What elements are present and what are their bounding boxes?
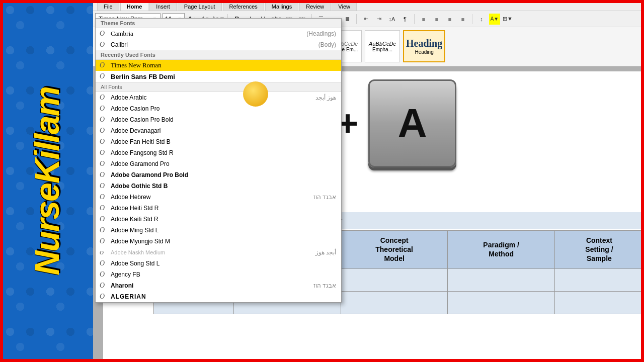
adobe-heiti-icon: O: [100, 204, 105, 212]
adobe-hebrew-name: Adobe Hebrew: [111, 194, 150, 201]
font-adobe-garamond-bold[interactable]: O Adobe Garamond Pro Bold: [96, 169, 341, 180]
tab-home[interactable]: Home: [120, 2, 149, 11]
adobe-naskh-name: Adobe Naskh Medium: [111, 249, 165, 255]
tab-review[interactable]: Review: [299, 2, 331, 11]
all-fonts-header: All Fonts: [96, 82, 341, 92]
font-algerian[interactable]: O ALGERIAN: [96, 291, 341, 302]
adobe-caslon-bold-name: Adobe Caslon Pro Bold: [111, 116, 174, 123]
all-fonts-list[interactable]: O Adobe Arabic هوز أبجد O Adobe Caslon P…: [96, 92, 341, 302]
font-cambria[interactable]: O Cambria (Headings): [96, 28, 341, 39]
adobe-caslon-name: Adobe Caslon Pro: [111, 105, 159, 112]
aharoni-name: Aharoni: [111, 282, 133, 289]
multilevel-button[interactable]: ≣: [342, 14, 353, 25]
font-adobe-fan-heiti[interactable]: O Adobe Fan Heiti Std B: [96, 136, 341, 147]
calibri-name: Calibri: [111, 41, 128, 48]
berlin-icon: O: [100, 72, 105, 80]
adobe-myungjo-name: Adobe Myungjo Std M: [111, 238, 170, 245]
tab-references[interactable]: References: [223, 2, 264, 11]
adobe-devanagari-name: Adobe Devanagari: [111, 127, 160, 134]
font-berlin-sans[interactable]: O Berlin Sans FB Demi: [96, 71, 341, 82]
cell-2-3: [341, 291, 448, 314]
font-adobe-caslon-bold[interactable]: O Adobe Caslon Pro Bold: [96, 114, 341, 125]
font-adobe-arabic[interactable]: O Adobe Arabic هوز أبجد: [96, 92, 341, 103]
brand-text: NurseKillam: [27, 87, 66, 276]
font-times-new-roman[interactable]: O Times New Roman: [96, 60, 341, 71]
borders-button[interactable]: ⊞▼: [502, 14, 513, 25]
berlin-name: Berlin Sans FB Demi: [111, 73, 175, 80]
calibri-tag: (Body): [318, 41, 336, 48]
cell-1-4: [448, 268, 555, 291]
font-adobe-naskh[interactable]: O Adobe Naskh Medium أبجد هوز: [96, 247, 341, 258]
font-calibri[interactable]: O Calibri (Body): [96, 39, 341, 50]
font-adobe-heiti[interactable]: O Adobe Heiti Std R: [96, 203, 341, 214]
adobe-ming-name: Adobe Ming Std L: [111, 227, 158, 234]
agency-fb-icon: O: [100, 270, 105, 279]
align-left-button[interactable]: ≡: [418, 14, 429, 25]
show-hide-button[interactable]: ¶: [399, 14, 411, 25]
col-context: ContextSetting /Sample: [554, 231, 643, 269]
font-agency-fb[interactable]: O Agency FB: [96, 269, 341, 280]
font-adobe-fangsong[interactable]: O Adobe Fangsong Std R: [96, 147, 341, 158]
adobe-heiti-name: Adobe Heiti Std R: [111, 205, 158, 212]
adobe-garamond-icon: O: [100, 160, 105, 168]
cambria-icon: O: [100, 30, 105, 38]
font-adobe-song[interactable]: O Adobe Song Std L: [96, 258, 341, 269]
font-aharoni[interactable]: O Aharoni אבגד הוז: [96, 280, 341, 291]
calibri-icon: O: [100, 41, 105, 49]
aharoni-preview: אבגד הוז: [313, 282, 336, 289]
col-paradigm: Paradigm /Method: [448, 231, 555, 269]
font-adobe-kaiti[interactable]: O Adobe Kaiti Std R: [96, 214, 341, 225]
adobe-myungjo-icon: O: [100, 237, 105, 245]
font-adobe-hebrew[interactable]: O Adobe Hebrew אבגד הוז: [96, 192, 341, 203]
adobe-fangsong-icon: O: [100, 149, 105, 157]
font-adobe-caslon[interactable]: O Adobe Caslon Pro: [96, 103, 341, 114]
tab-page-layout[interactable]: Page Layout: [178, 2, 222, 11]
increase-indent-button[interactable]: ⇥: [373, 14, 384, 25]
tab-file[interactable]: File: [97, 2, 119, 11]
cell-2-4: [448, 291, 555, 314]
adobe-kaiti-name: Adobe Kaiti Std R: [111, 216, 158, 223]
font-adobe-devanagari[interactable]: O Adobe Devanagari: [96, 125, 341, 136]
style-emphasis[interactable]: AaBbCcDc Empha...: [365, 30, 400, 62]
adobe-gothic-name: Adobe Gothic Std B: [111, 183, 168, 190]
adobe-fan-heiti-icon: O: [100, 138, 105, 146]
font-adobe-myungjo[interactable]: O Adobe Myungjo Std M: [96, 236, 341, 247]
sort-button[interactable]: ↕A: [386, 14, 397, 25]
font-adobe-garamond[interactable]: O Adobe Garamond Pro: [96, 158, 341, 169]
decrease-indent-button[interactable]: ⇤: [360, 14, 371, 25]
cambria-tag: (Headings): [306, 30, 336, 37]
cell-1-3: [341, 268, 448, 291]
adobe-garamond-bold-name: Adobe Garamond Pro Bold: [111, 171, 188, 178]
font-adobe-gothic[interactable]: O Adobe Gothic Std B: [96, 180, 341, 192]
adobe-devanagari-icon: O: [100, 127, 105, 135]
line-spacing-button[interactable]: ↕: [476, 14, 487, 25]
adobe-ming-icon: O: [100, 226, 105, 234]
font-dropdown: Theme Fonts O Cambria (Headings) O Calib…: [95, 18, 342, 303]
style-em-label: Empha...: [372, 47, 392, 52]
ribbon-tab-row: File Home Insert Page Layout References …: [93, 0, 644, 11]
justify-button[interactable]: ≡: [457, 14, 468, 25]
tab-view[interactable]: View: [332, 2, 357, 11]
font-adobe-ming[interactable]: O Adobe Ming Std L: [96, 225, 341, 236]
adobe-arabic-preview: هوز أبجد: [315, 94, 336, 101]
cell-2-5: [554, 291, 643, 314]
adobe-fangsong-name: Adobe Fangsong Std R: [111, 149, 174, 156]
agency-fb-name: Agency FB: [111, 271, 140, 278]
theme-fonts-header: Theme Fonts: [96, 19, 341, 28]
align-center-button[interactable]: ≡: [431, 14, 442, 25]
tab-insert[interactable]: Insert: [149, 2, 177, 11]
toolbar-sep4: [414, 14, 415, 24]
shading-button[interactable]: A▼: [489, 14, 500, 25]
adobe-song-icon: O: [100, 259, 105, 267]
adobe-naskh-preview: أبجد هوز: [315, 249, 336, 256]
adobe-kaiti-icon: O: [100, 215, 105, 223]
main-content: File Home Insert Page Layout References …: [93, 0, 644, 362]
sidebar: NurseKillam: [0, 0, 93, 362]
cambria-name: Cambria: [111, 30, 133, 38]
style-heading-highlighted[interactable]: Heading Heading: [403, 30, 445, 62]
style-heading-preview: Heading: [406, 38, 442, 49]
aharoni-icon: O: [100, 282, 105, 290]
tab-mailings[interactable]: Mailings: [265, 2, 298, 11]
adobe-garamond-bold-icon: O: [100, 171, 105, 179]
align-right-button[interactable]: ≡: [444, 14, 455, 25]
